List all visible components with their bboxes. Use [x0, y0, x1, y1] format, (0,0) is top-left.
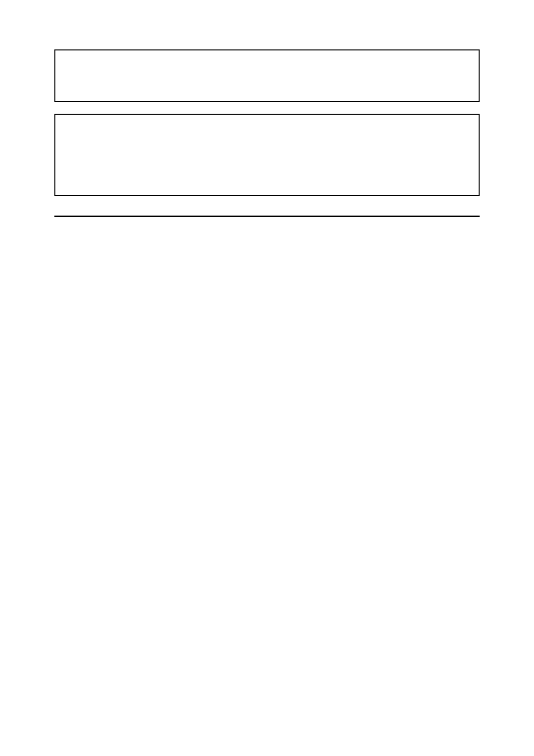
td-track — [275, 160, 385, 164]
td-mode — [118, 160, 204, 164]
th-mode — [118, 148, 204, 152]
th-track — [275, 148, 385, 152]
footer-rule — [54, 216, 480, 217]
table-row — [70, 160, 464, 164]
td-id — [70, 160, 118, 164]
td-status — [385, 160, 464, 164]
table-header-row — [70, 148, 464, 152]
th-id — [70, 148, 118, 152]
bios-screen-2 — [54, 114, 480, 196]
th-status — [385, 148, 464, 152]
bios-screen-1 — [54, 49, 480, 102]
th-size — [204, 148, 275, 152]
td-size — [204, 160, 275, 164]
bios-table — [70, 148, 464, 164]
